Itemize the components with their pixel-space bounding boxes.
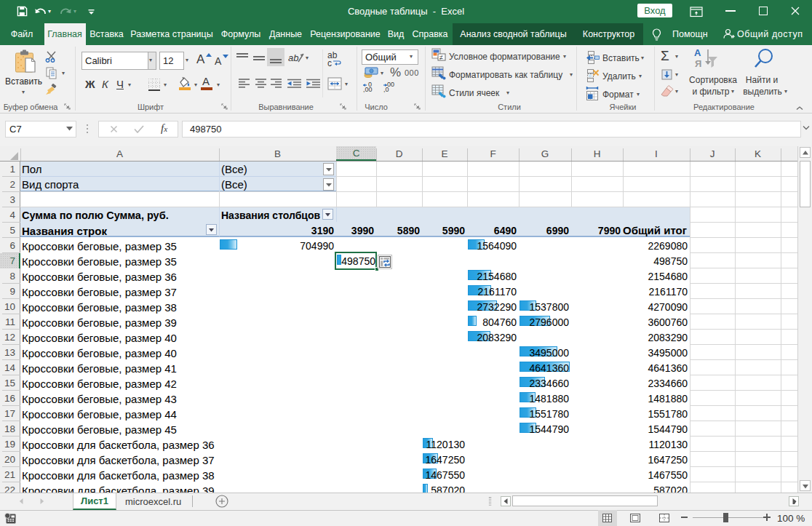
- svg-text:00: 00: [387, 82, 394, 88]
- svg-text:ab: ab: [288, 52, 298, 63]
- svg-text:c: c: [327, 58, 332, 67]
- svg-text:Я: Я: [695, 58, 701, 69]
- svg-text:≠: ≠: [439, 54, 443, 61]
- svg-text:0: 0: [368, 82, 372, 88]
- svg-text:А: А: [694, 47, 701, 58]
